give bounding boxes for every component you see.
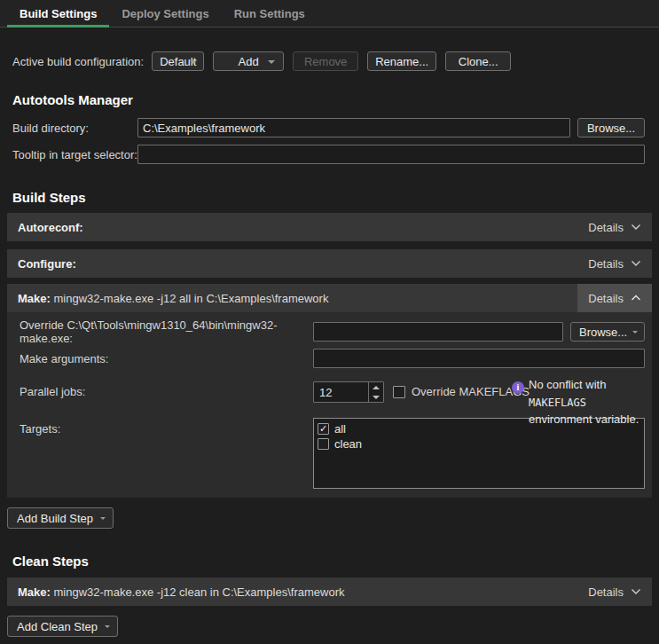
details-button-label: Details	[588, 257, 624, 271]
autotools-manager-heading: Autotools Manager	[0, 92, 659, 107]
details-button-label: Details	[588, 585, 624, 599]
configure-details-button[interactable]: Details	[577, 249, 652, 278]
active-config-row: Active build configuration: Default Add …	[0, 51, 659, 71]
stepper-buttons	[368, 382, 383, 402]
configure-step-bar: Configure: Details	[7, 249, 652, 278]
browse-button-label: Browse...	[579, 326, 627, 339]
build-directory-label: Build directory:	[12, 122, 137, 135]
browse-button-label: Browse...	[587, 122, 635, 135]
add-config-button[interactable]: Add	[213, 51, 284, 71]
configure-step-label: Configure:	[18, 257, 76, 271]
override-make-row: Override C:\Qt\Tools\mingw1310_64\bin\mi…	[7, 322, 652, 342]
tab-build-settings[interactable]: Build Settings	[7, 0, 109, 27]
details-button-label: Details	[588, 292, 624, 305]
stepper-up-button[interactable]	[369, 382, 383, 392]
autoreconf-details-button[interactable]: Details	[577, 213, 652, 241]
remove-config-button[interactable]: Remove	[293, 51, 358, 71]
chevron-down-icon	[105, 625, 110, 628]
autoreconf-step-label: Autoreconf:	[18, 221, 83, 234]
clean-make-details-button[interactable]: Details	[577, 577, 652, 606]
tooltip-row: Tooltip in target selector:	[0, 145, 659, 164]
add-config-button-label: Add	[239, 55, 259, 68]
chevron-down-icon	[631, 260, 641, 267]
parallel-jobs-label: Parallel jobs:	[20, 385, 313, 398]
tab-build-settings-label: Build Settings	[20, 7, 97, 20]
details-button-label: Details	[588, 221, 624, 234]
build-directory-input[interactable]	[137, 118, 570, 137]
settings-tabbar: Build Settings Deploy Settings Run Setti…	[0, 0, 659, 27]
chevron-down-icon	[631, 588, 641, 595]
make-arguments-input[interactable]	[313, 349, 645, 368]
make-step-panel: Make: mingw32-make.exe -j12 all in C:\Ex…	[7, 284, 652, 498]
rename-config-button-label: Rename...	[375, 55, 428, 68]
tab-deploy-settings-label: Deploy Settings	[122, 7, 208, 20]
target-checkbox[interactable]	[318, 438, 329, 450]
parallel-jobs-stepper[interactable]: 12	[313, 381, 384, 403]
clean-make-title-bold: Make:	[18, 585, 51, 599]
parallel-jobs-row: Parallel jobs: 12 Override MAKEFLAGS iNo…	[7, 375, 652, 418]
tab-run-settings[interactable]: Run Settings	[222, 0, 318, 27]
build-config-combobox[interactable]: Default	[152, 51, 204, 71]
clean-make-step-title: Make: mingw32-make.exe -j12 clean in C:\…	[18, 585, 345, 599]
add-build-step-button[interactable]: Add Build Step	[7, 507, 114, 529]
remove-config-button-label: Remove	[304, 55, 347, 68]
clean-make-title-rest: mingw32-make.exe -j12 clean in C:\Exampl…	[51, 585, 345, 599]
info-icon: i	[512, 381, 524, 394]
active-config-label: Active build configuration:	[12, 55, 144, 68]
tooltip-label: Tooltip in target selector:	[12, 148, 137, 161]
make-step-title-bold: Make:	[18, 292, 51, 305]
build-directory-row: Build directory: Browse...	[0, 118, 659, 137]
clone-config-button[interactable]: Clone...	[445, 51, 511, 71]
chevron-down-icon	[190, 60, 197, 64]
chevron-up-icon	[631, 295, 641, 302]
add-clean-step-button[interactable]: Add Clean Step	[7, 616, 118, 637]
make-details-button[interactable]: Details	[577, 284, 652, 312]
make-step-title: Make: mingw32-make.exe -j12 all in C:\Ex…	[18, 292, 328, 305]
override-make-input[interactable]	[313, 322, 563, 342]
add-build-step-label: Add Build Step	[17, 512, 93, 525]
chevron-down-icon	[268, 60, 275, 64]
override-make-browse-button[interactable]: Browse...	[570, 322, 645, 342]
clone-config-button-label: Clone...	[459, 55, 498, 68]
clean-make-step-bar: Make: mingw32-make.exe -j12 clean in C:\…	[7, 577, 652, 606]
chevron-down-icon	[100, 517, 106, 520]
target-list-item[interactable]: clean	[318, 436, 640, 452]
target-checkbox[interactable]	[318, 423, 329, 435]
tooltip-input[interactable]	[137, 145, 645, 164]
build-directory-browse-button[interactable]: Browse...	[577, 118, 645, 137]
target-label: clean	[334, 437, 362, 451]
chevron-down-icon	[631, 224, 641, 231]
make-arguments-row: Make arguments:	[7, 349, 652, 368]
clean-steps-heading: Clean Steps	[0, 554, 659, 569]
target-label: all	[334, 422, 346, 436]
override-makeflags-checkbox[interactable]	[393, 386, 405, 398]
arrow-down-icon	[373, 396, 380, 399]
arrow-up-icon	[373, 386, 380, 389]
stepper-down-button[interactable]	[369, 392, 383, 402]
autoreconf-step-bar: Autoreconf: Details	[7, 213, 652, 241]
add-clean-step-label: Add Clean Step	[17, 620, 98, 633]
targets-label: Targets:	[20, 422, 313, 436]
make-step-title-rest: mingw32-make.exe -j12 all in C:\Examples…	[51, 292, 329, 305]
targets-row: Targets: all clean	[7, 418, 652, 489]
build-steps-heading: Build Steps	[0, 190, 659, 205]
parallel-jobs-value: 12	[314, 382, 368, 402]
targets-listbox[interactable]: all clean	[313, 418, 645, 489]
make-arguments-label: Make arguments:	[20, 352, 313, 365]
info-line-1: No conflict with	[529, 378, 606, 391]
info-line-3: environment variable.	[529, 412, 639, 426]
override-make-label: Override C:\Qt\Tools\mingw1310_64\bin\mi…	[20, 318, 313, 345]
makeflags-info-message: iNo conflict with MAKEFLAGS environment …	[512, 376, 647, 428]
rename-config-button[interactable]: Rename...	[367, 51, 436, 71]
chevron-down-icon	[632, 331, 638, 334]
tab-deploy-settings[interactable]: Deploy Settings	[109, 0, 221, 27]
info-line-2: MAKEFLAGS	[529, 397, 586, 409]
make-step-bar: Make: mingw32-make.exe -j12 all in C:\Ex…	[7, 284, 652, 312]
tab-run-settings-label: Run Settings	[234, 7, 305, 20]
